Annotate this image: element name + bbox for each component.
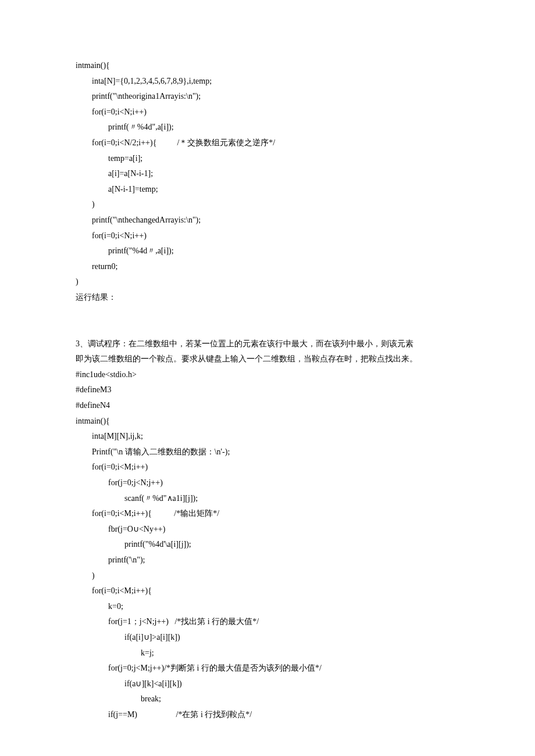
- code-line: ): [76, 568, 459, 584]
- code-line: k=0;: [76, 599, 459, 615]
- code-line: a[i]=a[N-i-1];: [76, 166, 459, 182]
- text-line: 即为该二维数组的一个鞍点。要求从键盘上输入一个二维数组，当鞍点存在时，把鞍点找出…: [76, 352, 459, 367]
- code-line: inta[M][N],ij,k;: [76, 429, 459, 445]
- code-line: for(j=0;j<N;j++): [76, 475, 459, 491]
- document-body: intmain(){ inta[N]={0,1,2,3,4,5,6,7,8,9}…: [76, 58, 459, 723]
- code-line: for(i=0;i<M;i++){: [76, 583, 459, 599]
- code-line: for(i=0;i<M;i++){ /*输出矩阵*/: [76, 506, 459, 522]
- code-line: return0;: [76, 259, 459, 275]
- code-line: ): [76, 274, 459, 290]
- code-line: a[N-i-1]=temp;: [76, 182, 459, 198]
- blank-line: [76, 321, 459, 336]
- code-line: Printf("\n 请输入二维数组的数据：\n'-);: [76, 445, 459, 460]
- text-line: 运行结果：: [76, 290, 459, 306]
- code-line: for(i=0;i<N;i++): [76, 228, 459, 244]
- code-line: if(j==M) /*在第 i 行找到鞍点*/: [76, 707, 459, 723]
- code-line: scanf(〃%d"∧a1i][j]);: [76, 491, 459, 507]
- code-line: for(i=0;i<M;i++): [76, 460, 459, 475]
- code-line: k=j;: [76, 646, 459, 661]
- code-line: printf('\n");: [76, 553, 459, 568]
- code-line: if(a∪][k]<a[i][k]): [76, 676, 459, 692]
- code-line: fbr(j=O∪<Ny++): [76, 522, 459, 538]
- code-line: #defineM3: [76, 382, 459, 398]
- code-line: printf(〃%4d",a[i]);: [76, 120, 459, 135]
- code-line: temp=a[i];: [76, 151, 459, 167]
- code-line: intmain(){: [76, 414, 459, 429]
- code-line: #defineN4: [76, 398, 459, 414]
- code-line: printf("%4d〃,a[i]);: [76, 243, 459, 259]
- text-line: 3、调试程序：在二维数组中，若某一位置上的元素在该行中最大，而在该列中最小，则该…: [76, 336, 459, 352]
- code-line: for(j=1；j<N;j++) /*找出第 i 行的最大值*/: [76, 614, 459, 630]
- code-line: printf("%4d'\a[i][j]);: [76, 537, 459, 553]
- code-line: ): [76, 197, 459, 213]
- code-line: #inc1ude<stdio.h>: [76, 367, 459, 383]
- code-line: inta[N]={0,1,2,3,4,5,6,7,8,9},i,temp;: [76, 74, 459, 89]
- blank-line: [76, 306, 459, 321]
- code-line: break;: [76, 691, 459, 707]
- code-line: for(j=0;j<M;j++)/*判断第 i 行的最大值是否为该列的最小值*/: [76, 661, 459, 676]
- code-line: for(i=0;i<N/2;i++){ /＊交换数组元素使之逆序*/: [76, 135, 459, 151]
- code-line: if(a[i]∪]>a[i][k]): [76, 630, 459, 646]
- code-line: intmain(){: [76, 58, 459, 74]
- code-line: printf("\ntheorigina1Arrayis:\n");: [76, 89, 459, 105]
- code-line: printf("\nthechangedArrayis:\n");: [76, 213, 459, 228]
- code-line: for(i=0;i<N;i++): [76, 105, 459, 120]
